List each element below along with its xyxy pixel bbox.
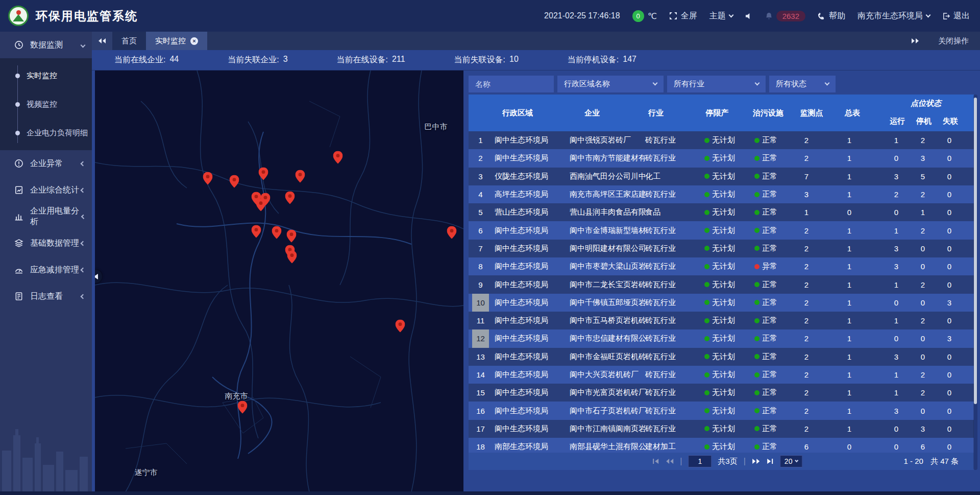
prev-page-button[interactable]	[666, 458, 674, 464]
stats-bar: 当前在线企业:44当前失联企业:3当前在线设备:211当前失联设备:10当前停机…	[92, 50, 980, 70]
cell-plan: 无计划	[704, 203, 735, 221]
table-row[interactable]: 14阆中生态环境局阆中大兴页岩机砖厂砖瓦行业无计划正常21120	[469, 366, 974, 384]
tabs-scroll-left-button[interactable]	[92, 32, 112, 50]
fullscreen-button[interactable]: 全屏	[669, 11, 697, 21]
table-row[interactable]: 9阆中生态环境局阆中市二龙长宝页岩砖砖瓦行业无计划正常21120	[469, 275, 974, 293]
table-row[interactable]: 6阆中生态环境局阆中市金博瑞新型墙材砖瓦行业无计划正常21120	[469, 221, 974, 239]
column-header-停限产: 停限产	[706, 95, 729, 131]
map-location-pin-icon[interactable]	[285, 192, 295, 204]
cell-lost: 0	[947, 348, 951, 366]
mute-button[interactable]	[745, 12, 753, 20]
status-dot-icon	[754, 282, 760, 287]
table-row[interactable]: 11阆中生态环境局阆中市五马桥页岩机砖砖瓦行业无计划正常21120	[469, 312, 974, 329]
help-button[interactable]: 帮助	[818, 11, 845, 21]
table-body: 1阆中生态环境局阆中强锐页岩砖厂砖瓦行业无计划正常211202阆中生态环境局阆中…	[469, 131, 974, 453]
map-location-pin-icon[interactable]	[272, 226, 282, 239]
cell-industry: 砖瓦行业	[645, 221, 676, 239]
map-location-pin-icon[interactable]	[287, 251, 297, 264]
notifications-button[interactable]: 2632	[765, 11, 805, 21]
table-row[interactable]: 15阆中生态环境局阆中市光富页岩机砖厂砖瓦行业无计划正常21120	[469, 384, 974, 402]
map-location-pin-icon[interactable]	[447, 226, 457, 239]
map-location-pin-icon[interactable]	[238, 401, 248, 414]
status-dot-icon	[754, 174, 760, 179]
theme-menu-button[interactable]: 主题	[709, 11, 733, 21]
tab-实时监控[interactable]: 实时监控×	[146, 32, 207, 50]
page-size-select[interactable]: 20	[780, 455, 803, 467]
cell-facility: 正常	[754, 348, 777, 366]
sidebar-item-应急减排管理[interactable]: 应急减排管理	[0, 256, 92, 283]
sidebar-item-企业用电量分析[interactable]: 企业用电量分析	[0, 203, 92, 230]
map-location-pin-icon[interactable]	[296, 170, 305, 183]
status-dot-icon	[704, 210, 709, 215]
sidebar-subitem-企业电力负荷明细[interactable]: 企业电力负荷明细	[0, 119, 92, 147]
map-location-pin-icon[interactable]	[396, 320, 405, 333]
cell-meters: 1	[847, 312, 851, 329]
tabs-scroll-right-button[interactable]	[903, 32, 927, 50]
industry-select[interactable]: 所有行业	[667, 76, 766, 92]
table-row[interactable]: 17阆中生态环境局阆中市江南镇阆南页岩砖瓦行业无计划正常21030	[469, 420, 974, 438]
table-row[interactable]: 2阆中生态环境局阆中市南方节能建材有砖瓦行业无计划正常21030	[469, 149, 974, 167]
tab-close-icon[interactable]: ×	[190, 37, 198, 45]
table-row[interactable]: 5营山生态环境局营山县润丰肉食品有限食品无计划正常10010	[469, 203, 974, 221]
prev-page-icon	[666, 458, 674, 464]
row-number: 8	[472, 257, 489, 275]
org-menu-button[interactable]: 南充市生态环境局	[857, 11, 930, 21]
last-page-button[interactable]	[766, 458, 774, 464]
stat-label: 当前在线企业:	[114, 55, 165, 65]
map-location-pin-icon[interactable]	[252, 225, 261, 238]
status-select[interactable]: 所有状态	[769, 76, 836, 92]
map-location-pin-icon[interactable]	[256, 199, 266, 211]
map-location-pin-icon[interactable]	[259, 168, 268, 180]
cell-meters: 1	[847, 275, 851, 293]
close-operations-button[interactable]: 关闭操作	[927, 32, 980, 50]
sidebar-item-日志查看[interactable]: 日志查看	[0, 283, 92, 310]
sidebar-item-基础数据管理[interactable]: 基础数据管理	[0, 230, 92, 256]
sub-column-header-运行: 运行	[890, 116, 905, 126]
cell-points: 2	[804, 312, 808, 329]
sidebar-subitem-实时监控[interactable]: 实时监控	[0, 61, 92, 90]
cell-industry: 砖瓦行业	[645, 149, 676, 167]
table-scrollbar-thumb[interactable]	[974, 98, 977, 404]
table-row[interactable]: 1阆中生态环境局阆中强锐页岩砖厂砖瓦行业无计划正常21120	[469, 131, 974, 149]
table-row[interactable]: 10阆中生态环境局阆中千佛镇五郎垭页岩砖瓦行业无计划正常21003	[469, 294, 974, 312]
logout-button[interactable]: 退出	[942, 11, 970, 21]
row-number: 6	[472, 221, 489, 239]
cell-company: 阆中大兴页岩机砖厂	[570, 366, 639, 384]
cell-plan: 无计划	[704, 402, 735, 419]
map-location-pin-icon[interactable]	[333, 151, 343, 164]
table-row[interactable]: 18南部生态环境局南部县砚华土混有限公建材加工无计划正常60060	[469, 438, 974, 453]
chevron-down-icon	[653, 81, 658, 86]
sidebar-item-数据监测[interactable]: 数据监测	[0, 32, 92, 58]
table-row[interactable]: 4高坪生态环境局南充市高坪区王家店建砖瓦行业无计划正常31220	[469, 185, 974, 203]
table-row[interactable]: 8阆中生态环境局阆中市枣碧大梁山页岩砖瓦行业无计划异常21300	[469, 257, 974, 275]
sidebar-subitem-视频监控[interactable]: 视频监控	[0, 90, 92, 119]
top-header-bar: 环保用电监管系统 2021-02-25 17:46:18 0 ℃ 全屏 主题	[0, 0, 980, 32]
sidebar-item-企业综合统计[interactable]: 企业综合统计	[0, 177, 92, 203]
sidebar-item-企业异常[interactable]: 企业异常	[0, 150, 92, 177]
table-row[interactable]: 12阆中生态环境局阆中市忠信建材有限公砖瓦行业无计划正常21003	[469, 329, 974, 347]
map-location-pin-icon[interactable]	[287, 230, 297, 243]
table-row[interactable]: 13阆中生态环境局阆中市金福旺页岩机砖砖瓦行业无计划正常21300	[469, 348, 974, 366]
tab-首页[interactable]: 首页	[112, 32, 146, 50]
cell-company: 阆中千佛镇五郎垭页岩	[570, 294, 646, 312]
map-location-pin-icon[interactable]	[203, 172, 213, 185]
cell-lost: 0	[947, 384, 951, 402]
map-location-pin-icon[interactable]	[230, 175, 239, 188]
status-dot-icon	[754, 138, 760, 143]
cell-lost: 0	[947, 275, 951, 293]
cell-run: 3	[894, 168, 898, 185]
name-search-input[interactable]	[469, 76, 554, 92]
cell-meters: 0	[847, 203, 851, 221]
row-number: 13	[472, 348, 489, 366]
cell-plan: 无计划	[704, 240, 735, 257]
cell-region: 阆中生态环境局	[495, 149, 548, 167]
cell-region: 阆中生态环境局	[495, 240, 548, 257]
first-page-button[interactable]	[652, 458, 659, 464]
page-number-input[interactable]	[688, 455, 712, 467]
map-panel[interactable]: 巴中市南充市遂宁市	[95, 70, 463, 492]
region-select[interactable]: 行政区域名称	[557, 76, 664, 92]
table-row[interactable]: 16阆中生态环境局阆中市石子页岩机砖厂砖瓦行业无计划正常21300	[469, 402, 974, 419]
table-row[interactable]: 3仪陇生态环境局西南油气田分公司川中化工无计划正常71350	[469, 168, 974, 185]
table-row[interactable]: 7阆中生态环境局阆中明阳建材有限公司砖瓦行业无计划正常21300	[469, 240, 974, 257]
next-page-button[interactable]	[752, 458, 760, 464]
